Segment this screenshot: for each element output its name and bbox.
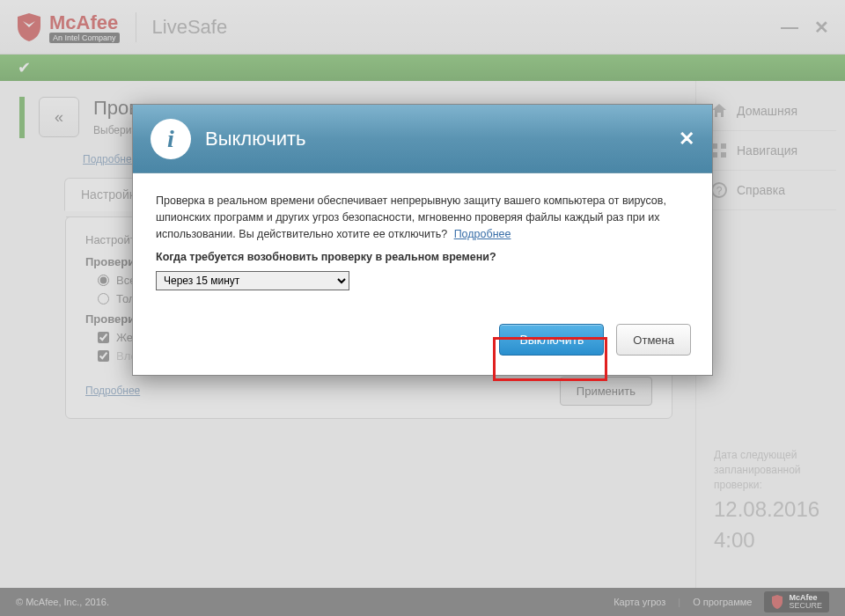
footer-copyright: © McAfee, Inc., 2016. bbox=[16, 597, 109, 607]
sidebar-item-nav[interactable]: Навигация bbox=[705, 131, 836, 171]
next-scan-date: 12.08.2016 bbox=[714, 497, 827, 523]
cancel-button[interactable]: Отмена bbox=[616, 324, 691, 356]
close-icon[interactable]: ✕ bbox=[814, 17, 829, 38]
apply-button[interactable]: Применить bbox=[560, 377, 652, 406]
accent-bar bbox=[19, 97, 25, 138]
help-icon: ? bbox=[710, 181, 728, 199]
brand-logo: McAfee An Intel Company bbox=[16, 11, 120, 43]
svg-text:?: ? bbox=[716, 185, 723, 197]
dialog-header: i Выключить ✕ bbox=[133, 105, 712, 173]
dialog-more-link[interactable]: Подробнее bbox=[454, 228, 511, 240]
disable-dialog: i Выключить ✕ Проверка в реальном времен… bbox=[132, 104, 713, 376]
brand-name: McAfee bbox=[49, 11, 120, 34]
info-icon: i bbox=[151, 119, 191, 159]
dialog-body-span: Проверка в реальном времени обеспечивает… bbox=[156, 194, 666, 240]
mcafee-shield-icon bbox=[16, 12, 42, 42]
sidebar-item-home[interactable]: Домашняя bbox=[705, 92, 836, 131]
dialog-body-text: Проверка в реальном времени обеспечивает… bbox=[156, 193, 689, 242]
panel-more-link[interactable]: Подробнее bbox=[85, 385, 140, 397]
radio-programs-docs[interactable] bbox=[98, 293, 109, 304]
app-header: McAfee An Intel Company LiveSafe — ✕ bbox=[0, 0, 845, 55]
product-name: LiveSafe bbox=[152, 16, 228, 39]
next-scan-label: Дата следующей запланированной проверки: bbox=[714, 448, 827, 492]
footer-threat-map[interactable]: Карта угроз bbox=[614, 597, 665, 607]
check-hard-drives[interactable] bbox=[98, 332, 109, 343]
mcafee-secure-badge: McAfeeSECURE bbox=[764, 591, 829, 612]
back-button[interactable]: « bbox=[39, 97, 79, 137]
footer: © McAfee, Inc., 2016. Карта угроз | О пр… bbox=[0, 588, 845, 616]
sidebar-item-label: Справка bbox=[737, 183, 785, 197]
checkmark-icon: ✔ bbox=[18, 58, 31, 77]
svg-rect-3 bbox=[721, 152, 726, 158]
minimize-icon[interactable]: — bbox=[781, 17, 798, 38]
footer-about[interactable]: О программе bbox=[693, 597, 752, 607]
next-scan-time: 4:00 bbox=[714, 528, 827, 554]
dialog-close-button[interactable]: ✕ bbox=[679, 128, 694, 150]
sidebar-item-label: Навигация bbox=[737, 143, 797, 158]
resume-select[interactable]: Через 15 минут bbox=[156, 271, 349, 290]
dialog-question: Когда требуется возобновить проверку в р… bbox=[156, 249, 689, 266]
sidebar-item-help[interactable]: ? Справка bbox=[705, 171, 836, 210]
brand-tagline: An Intel Company bbox=[49, 33, 120, 43]
radio-all-files[interactable] bbox=[98, 275, 109, 286]
svg-rect-1 bbox=[721, 143, 726, 149]
header-divider bbox=[136, 12, 136, 42]
more-link[interactable]: Подробнее bbox=[83, 153, 137, 165]
status-bar: ✔ bbox=[0, 55, 845, 81]
home-icon bbox=[710, 102, 728, 120]
sidebar-item-label: Домашняя bbox=[737, 104, 797, 118]
disable-button[interactable]: Выключить bbox=[499, 324, 604, 356]
next-scan-block: Дата следующей запланированной проверки:… bbox=[705, 439, 836, 562]
sidebar: Домашняя Навигация ? Справка Дата следую… bbox=[695, 81, 845, 588]
check-email-attach[interactable] bbox=[98, 350, 109, 362]
dialog-title: Выключить bbox=[205, 128, 306, 150]
grid-icon bbox=[710, 142, 728, 159]
